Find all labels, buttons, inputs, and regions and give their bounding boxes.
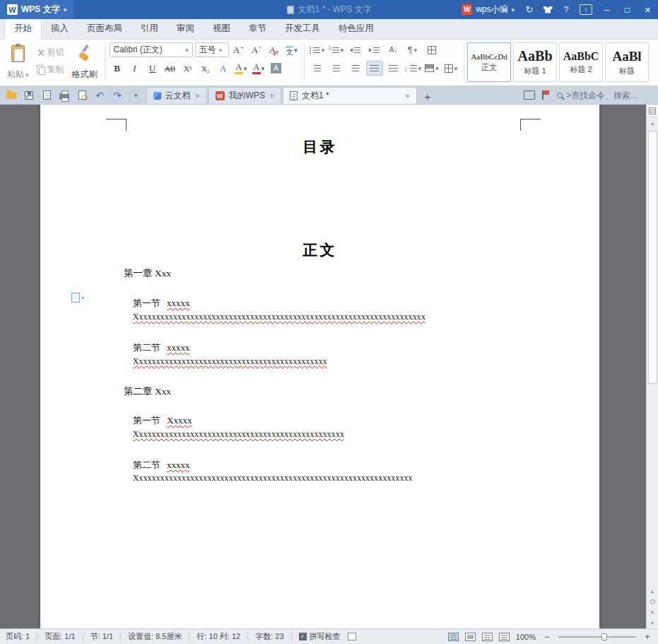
- presentation-icon[interactable]: [524, 90, 535, 100]
- previous-page-button[interactable]: [647, 586, 658, 597]
- page-count-status[interactable]: 页面: 1/1: [45, 631, 75, 642]
- superscript-button[interactable]: [180, 61, 196, 76]
- style-normal[interactable]: AaBbCcDd 正文: [467, 42, 511, 82]
- zoom-value[interactable]: 100%: [516, 633, 536, 641]
- copy-button[interactable]: 复制: [35, 62, 66, 76]
- highlight-color-button[interactable]: [233, 61, 249, 76]
- help-icon[interactable]: [557, 0, 575, 19]
- customize-toolbar-button[interactable]: [129, 90, 138, 101]
- text-effects-button[interactable]: [216, 61, 231, 76]
- decrease-indent-button[interactable]: [347, 42, 364, 57]
- strikethrough-button[interactable]: [163, 61, 178, 76]
- justify-button[interactable]: [366, 61, 383, 76]
- zoom-slider-thumb[interactable]: [601, 633, 607, 640]
- vertical-scrollbar[interactable]: [646, 105, 658, 628]
- tab-special-features[interactable]: 特色应用: [329, 19, 383, 39]
- align-center-button[interactable]: [328, 61, 345, 76]
- document-page[interactable]: 目录 正文 第一章 Xxx 第一节xxxxx Xxxxxxxxxxxxxxxxx…: [40, 105, 599, 628]
- save-button[interactable]: [23, 90, 35, 101]
- section-status[interactable]: 节: 1/1: [90, 631, 113, 642]
- increase-indent-button[interactable]: [366, 42, 383, 57]
- tab-home[interactable]: 开始: [4, 18, 42, 40]
- close-icon[interactable]: [405, 91, 410, 101]
- font-color-button[interactable]: [251, 61, 266, 76]
- paste-button[interactable]: 粘贴: [4, 42, 32, 82]
- bullet-list-button[interactable]: [309, 42, 326, 57]
- close-icon[interactable]: [195, 91, 200, 101]
- scroll-up-button[interactable]: [647, 118, 658, 129]
- tab-developer[interactable]: 开发工具: [276, 19, 329, 39]
- sort-button[interactable]: [385, 42, 402, 57]
- account-button[interactable]: W wps小编: [456, 4, 520, 16]
- flag-icon[interactable]: [542, 90, 550, 100]
- minimize-button[interactable]: [597, 0, 617, 19]
- open-button[interactable]: [6, 90, 17, 101]
- export-button[interactable]: [41, 90, 52, 101]
- page-number-status[interactable]: 页码: 1: [6, 631, 30, 642]
- tab-section[interactable]: 章节: [240, 19, 276, 39]
- doc-tab-document1[interactable]: 文档1 *: [283, 87, 417, 104]
- zoom-in-button[interactable]: +: [642, 632, 652, 642]
- font-name-select[interactable]: Calibri (正文): [110, 42, 193, 57]
- show-marks-button[interactable]: [404, 42, 421, 57]
- style-heading-1[interactable]: AaBb 标题 1: [513, 42, 557, 82]
- close-button[interactable]: [638, 0, 658, 19]
- align-left-button[interactable]: [309, 61, 326, 76]
- word-count-status[interactable]: 字数: 23: [255, 631, 283, 642]
- app-menu-button[interactable]: W WPS 文字: [0, 0, 74, 19]
- doc-tab-my-wps[interactable]: W 我的WPS: [208, 87, 281, 104]
- format-painter-button[interactable]: 格式刷: [69, 42, 100, 82]
- underline-button[interactable]: [145, 61, 160, 76]
- web-layout-icon[interactable]: [499, 633, 510, 641]
- tab-insert[interactable]: 插入: [42, 19, 78, 39]
- select-browse-object-button[interactable]: [647, 597, 658, 607]
- undo-button[interactable]: [94, 90, 105, 101]
- zoom-slider[interactable]: [558, 632, 636, 642]
- zoom-out-button[interactable]: −: [542, 632, 552, 642]
- font-size-select[interactable]: 五号: [195, 42, 229, 57]
- clear-format-button[interactable]: [266, 42, 282, 57]
- command-search[interactable]: [557, 90, 651, 100]
- redo-button[interactable]: [112, 90, 123, 101]
- decrease-font-button[interactable]: -: [249, 42, 264, 57]
- setting-status[interactable]: 设置值: 8.5厘米: [128, 631, 182, 642]
- outline-view-icon[interactable]: [482, 633, 493, 641]
- close-icon[interactable]: [269, 91, 274, 101]
- distribute-button[interactable]: [385, 61, 402, 76]
- theme-icon[interactable]: [539, 0, 557, 19]
- paragraph-options-button[interactable]: [71, 293, 84, 303]
- scroll-down-button[interactable]: [647, 618, 658, 628]
- line-column-status[interactable]: 行: 10 列: 12: [196, 631, 240, 642]
- proofread-icon[interactable]: [348, 633, 356, 640]
- tab-view[interactable]: 视图: [204, 19, 240, 39]
- style-heading-2[interactable]: AaBbC 标题 2: [559, 42, 603, 82]
- print-preview-button[interactable]: [76, 90, 88, 101]
- scrollbar-thumb[interactable]: [648, 131, 657, 384]
- pinyin-guide-button[interactable]: wén文: [284, 42, 300, 57]
- spellcheck-status[interactable]: 拼写检查: [299, 631, 341, 642]
- align-right-button[interactable]: [347, 61, 364, 76]
- character-shading-button[interactable]: [269, 61, 284, 76]
- next-page-button[interactable]: [647, 607, 658, 618]
- style-heading-3[interactable]: AaBl 标题: [605, 42, 649, 82]
- line-spacing-button[interactable]: [404, 61, 422, 76]
- feedback-icon[interactable]: [580, 4, 592, 15]
- shading-button[interactable]: [423, 61, 440, 76]
- maximize-button[interactable]: [617, 0, 638, 19]
- table-grid-button[interactable]: [423, 42, 440, 57]
- full-screen-icon[interactable]: [465, 633, 476, 641]
- italic-button[interactable]: [127, 61, 143, 76]
- tab-references[interactable]: 引用: [131, 19, 168, 39]
- search-input[interactable]: [566, 90, 651, 100]
- tab-review[interactable]: 审阅: [168, 19, 204, 39]
- borders-button[interactable]: [442, 61, 459, 76]
- numbered-list-button[interactable]: [328, 42, 345, 57]
- cut-button[interactable]: 剪切: [35, 45, 66, 59]
- print-button[interactable]: [59, 90, 70, 101]
- new-tab-button[interactable]: [420, 88, 435, 104]
- bold-button[interactable]: [110, 61, 125, 76]
- subscript-button[interactable]: [198, 61, 213, 76]
- print-layout-icon[interactable]: [448, 633, 459, 641]
- doc-tab-cloud[interactable]: 云文档: [146, 87, 207, 104]
- tab-page-layout[interactable]: 页面布局: [78, 19, 131, 39]
